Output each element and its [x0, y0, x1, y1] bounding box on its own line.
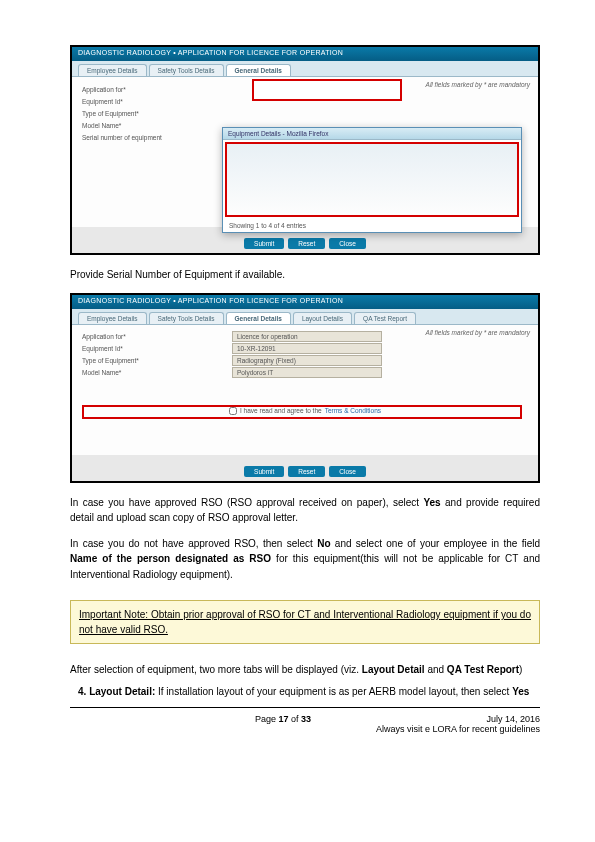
footer-date: July 14, 2016: [376, 714, 540, 724]
paragraph-no-rso: In case you do not have approved RSO, th…: [70, 536, 540, 583]
modal-body-highlight: [225, 142, 519, 217]
label-equipment-id-2: Equipment Id*: [82, 345, 232, 352]
label-type-equipment: Type of Equipment*: [82, 110, 232, 117]
modal-footer: Showing 1 to 4 of 4 entries: [223, 219, 521, 232]
value-application-for[interactable]: Licence for operation: [232, 331, 382, 342]
reset-button-2[interactable]: Reset: [288, 466, 325, 477]
equipment-modal: Equipment Details - Mozilla Firefox Show…: [222, 127, 522, 233]
highlight-dropdown: [252, 79, 402, 101]
tab-bar: Employee Details Safety Tools Details Ge…: [72, 61, 538, 77]
modal-title: Equipment Details - Mozilla Firefox: [223, 128, 521, 140]
tab-layout-details[interactable]: Layout Details: [293, 312, 352, 324]
app-header-2: DIAGNOSTIC RADIOLOGY • APPLICATION FOR L…: [72, 295, 538, 309]
submit-button[interactable]: Submit: [244, 238, 284, 249]
label-application-for: Application for*: [82, 86, 232, 93]
page-number: Page 17 of 33: [190, 714, 376, 734]
app-header: DIAGNOSTIC RADIOLOGY • APPLICATION FOR L…: [72, 47, 538, 61]
caption-serial-number: Provide Serial Number of Equipment if av…: [70, 267, 540, 283]
form-area-2: All fields marked by * are mandatory App…: [72, 325, 538, 455]
tab-general-details-2[interactable]: General Details: [226, 312, 291, 324]
screenshot-general-details: DIAGNOSTIC RADIOLOGY • APPLICATION FOR L…: [70, 45, 540, 255]
after-selection-text: After selection of equipment, two more t…: [70, 662, 540, 678]
tab-employee-details-2[interactable]: Employee Details: [78, 312, 147, 324]
close-button[interactable]: Close: [329, 238, 366, 249]
button-bar-2: Submit Reset Close: [72, 466, 538, 477]
footer-right: July 14, 2016 Always visit e LORA for re…: [376, 714, 540, 734]
tab-bar-2: Employee Details Safety Tools Details Ge…: [72, 309, 538, 325]
screenshot-general-details-filled: DIAGNOSTIC RADIOLOGY • APPLICATION FOR L…: [70, 293, 540, 483]
tab-employee-details[interactable]: Employee Details: [78, 64, 147, 76]
tab-qa-test-report[interactable]: QA Test Report: [354, 312, 416, 324]
highlight-serial-row: [82, 405, 522, 419]
tab-safety-tools[interactable]: Safety Tools Details: [149, 64, 224, 76]
label-type-equipment-2: Type of Equipment*: [82, 357, 232, 364]
value-equipment-id[interactable]: 10-XR-12091: [232, 343, 382, 354]
label-model-name: Model Name*: [82, 122, 232, 129]
page-footer: Page 17 of 33 July 14, 2016 Always visit…: [70, 708, 540, 734]
label-application-for-2: Application for*: [82, 333, 232, 340]
label-equipment-id: Equipment Id*: [82, 98, 232, 105]
close-button-2[interactable]: Close: [329, 466, 366, 477]
submit-button-2[interactable]: Submit: [244, 466, 284, 477]
label-serial-number: Serial number of equipment: [82, 134, 232, 141]
value-type-equipment[interactable]: Radiography (Fixed): [232, 355, 382, 366]
button-bar: Submit Reset Close: [72, 238, 538, 249]
tab-general-details[interactable]: General Details: [226, 64, 291, 76]
mandatory-note: All fields marked by * are mandatory: [426, 81, 530, 88]
important-note-box: Important Note: Obtain prior approval of…: [70, 600, 540, 644]
list-item-4: 4. Layout Detail: If installation layout…: [70, 684, 540, 700]
mandatory-note-2: All fields marked by * are mandatory: [426, 329, 530, 336]
tab-safety-tools-2[interactable]: Safety Tools Details: [149, 312, 224, 324]
label-model-name-2: Model Name*: [82, 369, 232, 376]
reset-button[interactable]: Reset: [288, 238, 325, 249]
value-model-name[interactable]: Polydoros iT: [232, 367, 382, 378]
paragraph-approved-rso: In case you have approved RSO (RSO appro…: [70, 495, 540, 526]
footer-guideline: Always visit e LORA for recent guideline…: [376, 724, 540, 734]
